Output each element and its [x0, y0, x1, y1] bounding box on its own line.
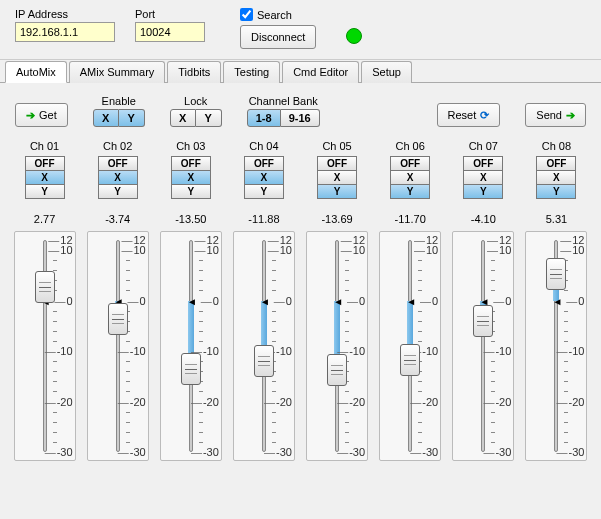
channel-off-button[interactable]: OFF: [25, 156, 65, 171]
bank-1-8-button[interactable]: 1-8: [247, 109, 281, 127]
fader-thumb[interactable]: [35, 271, 55, 303]
tab-bar: AutoMixAMix SummaryTidbitsTestingCmd Edi…: [0, 60, 601, 83]
enable-x-button[interactable]: X: [93, 109, 119, 127]
port-input[interactable]: [135, 22, 205, 42]
channel-title: Ch 07: [469, 140, 498, 152]
channel-off-button[interactable]: OFF: [171, 156, 211, 171]
channel-off-button[interactable]: OFF: [463, 156, 503, 171]
tab-testing[interactable]: Testing: [223, 61, 280, 83]
channel-title: Ch 01: [30, 140, 59, 152]
get-button[interactable]: ➔Get: [15, 103, 68, 127]
channel-x-button[interactable]: X: [317, 171, 357, 185]
ip-label: IP Address: [15, 8, 115, 20]
refresh-icon: ⟳: [480, 109, 489, 122]
channel-7: Ch 07 OFF X Y -4.10 12100-10-20-30 ◄: [447, 140, 520, 461]
channel-off-button[interactable]: OFF: [317, 156, 357, 171]
channel-y-button[interactable]: Y: [98, 185, 138, 199]
zero-pointer-icon: ◄: [333, 295, 343, 306]
channel-off-button[interactable]: OFF: [536, 156, 576, 171]
channel-title: Ch 04: [249, 140, 278, 152]
fader-thumb[interactable]: [181, 353, 201, 385]
channel-3: Ch 03 OFF X Y -13.50 12100-10-20-30 ◄: [154, 140, 227, 461]
channel-y-button[interactable]: Y: [244, 185, 284, 199]
channel-title: Ch 02: [103, 140, 132, 152]
enable-y-button[interactable]: Y: [119, 109, 145, 127]
send-button[interactable]: Send ➔: [525, 103, 586, 127]
lock-x-button[interactable]: X: [170, 109, 196, 127]
channel-value: 5.31: [546, 213, 567, 225]
lock-y-button[interactable]: Y: [196, 109, 222, 127]
bank-9-16-button[interactable]: 9-16: [281, 109, 320, 127]
connection-panel: IP Address Port Search Disconnect: [0, 0, 601, 60]
channel-value: -11.70: [395, 213, 426, 225]
channel-fader[interactable]: 12100-10-20-30 ◄: [87, 231, 149, 461]
reset-button[interactable]: Reset ⟳: [437, 103, 501, 127]
channel-value: -4.10: [471, 213, 496, 225]
channel-y-button[interactable]: Y: [317, 185, 357, 199]
channel-title: Ch 03: [176, 140, 205, 152]
channel-4: Ch 04 OFF X Y -11.88 12100-10-20-30 ◄: [227, 140, 300, 461]
channel-fader[interactable]: 12100-10-20-30 ◄: [160, 231, 222, 461]
channel-off-button[interactable]: OFF: [98, 156, 138, 171]
channel-y-button[interactable]: Y: [171, 185, 211, 199]
channel-y-button[interactable]: Y: [463, 185, 503, 199]
zero-pointer-icon: ◄: [187, 295, 197, 306]
fader-thumb[interactable]: [546, 258, 566, 290]
search-checkbox[interactable]: [240, 8, 253, 21]
channel-x-button[interactable]: X: [244, 171, 284, 185]
connection-status-indicator: [346, 28, 362, 44]
channel-x-button[interactable]: X: [98, 171, 138, 185]
channel-fader[interactable]: 12100-10-20-30 ◄: [379, 231, 441, 461]
channel-bank-label: Channel Bank: [249, 95, 318, 107]
channel-2: Ch 02 OFF X Y -3.74 12100-10-20-30 ◄: [81, 140, 154, 461]
fader-thumb[interactable]: [400, 344, 420, 376]
arrow-right-icon: ➔: [26, 109, 35, 122]
lock-label: Lock: [184, 95, 207, 107]
channel-x-button[interactable]: X: [390, 171, 430, 185]
channel-fader[interactable]: 12100-10-20-30 ◄: [525, 231, 587, 461]
zero-pointer-icon: ◄: [406, 295, 416, 306]
channel-6: Ch 06 OFF X Y -11.70 12100-10-20-30 ◄: [374, 140, 447, 461]
channel-value: 2.77: [34, 213, 55, 225]
arrow-right-icon: ➔: [566, 109, 575, 122]
channel-y-button[interactable]: Y: [25, 185, 65, 199]
fader-thumb[interactable]: [254, 345, 274, 377]
ip-input[interactable]: [15, 22, 115, 42]
channel-x-button[interactable]: X: [25, 171, 65, 185]
tab-setup[interactable]: Setup: [361, 61, 412, 83]
channel-x-button[interactable]: X: [536, 171, 576, 185]
channel-fader[interactable]: 12100-10-20-30 ◄: [14, 231, 76, 461]
channels-container: Ch 01 OFF X Y 2.77 12100-10-20-30 ◄ Ch 0…: [0, 135, 601, 466]
channel-off-button[interactable]: OFF: [244, 156, 284, 171]
channel-fader[interactable]: 12100-10-20-30 ◄: [452, 231, 514, 461]
tab-automix[interactable]: AutoMix: [5, 61, 67, 83]
fader-thumb[interactable]: [108, 303, 128, 335]
tab-cmd-editor[interactable]: Cmd Editor: [282, 61, 359, 83]
channel-value: -13.50: [175, 213, 206, 225]
channel-title: Ch 08: [542, 140, 571, 152]
channel-fader[interactable]: 12100-10-20-30 ◄: [306, 231, 368, 461]
fader-thumb[interactable]: [473, 305, 493, 337]
zero-pointer-icon: ◄: [553, 295, 563, 306]
channel-x-button[interactable]: X: [463, 171, 503, 185]
enable-label: Enable: [102, 95, 136, 107]
tab-tidbits[interactable]: Tidbits: [167, 61, 221, 83]
controls-row: ➔Get Enable X Y Lock X Y Channel Bank 1-…: [0, 83, 601, 135]
channel-value: -11.88: [248, 213, 279, 225]
channel-off-button[interactable]: OFF: [390, 156, 430, 171]
channel-5: Ch 05 OFF X Y -13.69 12100-10-20-30 ◄: [301, 140, 374, 461]
zero-pointer-icon: ◄: [260, 295, 270, 306]
channel-8: Ch 08 OFF X Y 5.31 12100-10-20-30 ◄: [520, 140, 593, 461]
search-checkbox-row[interactable]: Search: [240, 8, 316, 21]
port-label: Port: [135, 8, 205, 20]
channel-x-button[interactable]: X: [171, 171, 211, 185]
channel-y-button[interactable]: Y: [390, 185, 430, 199]
channel-value: -13.69: [321, 213, 352, 225]
channel-y-button[interactable]: Y: [536, 185, 576, 199]
tab-amix-summary[interactable]: AMix Summary: [69, 61, 166, 83]
channel-title: Ch 06: [396, 140, 425, 152]
disconnect-button[interactable]: Disconnect: [240, 25, 316, 49]
fader-thumb[interactable]: [327, 354, 347, 386]
channel-fader[interactable]: 12100-10-20-30 ◄: [233, 231, 295, 461]
search-label: Search: [257, 9, 292, 21]
